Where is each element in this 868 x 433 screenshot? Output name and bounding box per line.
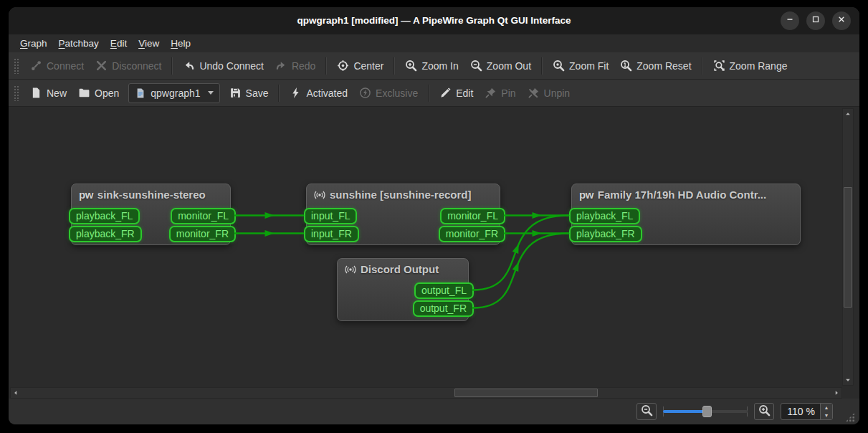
toolbar-button-zoom-out[interactable]: Zoom Out xyxy=(464,56,537,76)
toolbar-button-redo[interactable]: Redo xyxy=(270,56,321,76)
node-title: Family 17h/19h HD Audio Contr... xyxy=(598,189,766,201)
patchbay-combo[interactable]: qpwgraph1 xyxy=(128,83,219,103)
connection-arrow-icon xyxy=(512,243,522,254)
h-scrollbar-thumb[interactable] xyxy=(454,389,598,397)
toolbar-button-center[interactable]: Center xyxy=(331,56,389,76)
scroll-right-button[interactable] xyxy=(831,388,841,398)
toolbar-button-label: Zoom Range xyxy=(730,60,788,72)
toolbar-button-undo-connect[interactable]: Undo Connect xyxy=(177,56,270,76)
toolbar-separator xyxy=(278,85,280,102)
pipewire-icon: pw xyxy=(579,189,593,201)
node-title: sunshine [sunshine-record] xyxy=(330,189,472,201)
maximize-button[interactable] xyxy=(806,11,825,30)
chevron-down-icon xyxy=(208,91,214,95)
toolbar-button-new[interactable]: New xyxy=(24,83,72,103)
zoom-spinbox[interactable]: 110 % ▲ ▼ xyxy=(781,403,833,420)
node-discord-output[interactable]: Discord Outputoutput_FLoutput_FR xyxy=(337,258,469,321)
graph-canvas[interactable]: pwsink-sunshine-stereoplayback_FLplaybac… xyxy=(9,107,859,399)
toolbar-button-pin[interactable]: Pin xyxy=(479,83,521,103)
arrow-down-icon xyxy=(844,376,852,384)
close-button[interactable] xyxy=(832,11,851,30)
zoom-range-icon xyxy=(713,60,725,72)
menu-patchbay[interactable]: Patchbay xyxy=(53,37,105,50)
toolbar-button-zoom-range[interactable]: Zoom Range xyxy=(707,56,793,76)
port-sunshine-input-fr[interactable]: input_FR xyxy=(304,226,359,242)
scroll-up-button[interactable] xyxy=(843,109,853,119)
menu-view[interactable]: View xyxy=(133,37,165,50)
toolbar-button-connect[interactable]: Connect xyxy=(24,56,90,76)
node-title-bar[interactable]: pwsink-sunshine-stereo xyxy=(79,189,224,201)
minimize-button[interactable] xyxy=(781,11,799,30)
menu-edit[interactable]: Edit xyxy=(105,37,133,50)
toolbar-button-save[interactable]: Save xyxy=(224,83,275,103)
toolbar-button-disconnect[interactable]: Disconnect xyxy=(90,56,167,76)
port-sink-sunshine-stereo-playback-fr[interactable]: playback_FR xyxy=(69,226,142,242)
toolbar-button-zoom-reset[interactable]: Zoom Reset xyxy=(614,56,697,76)
scroll-left-button[interactable] xyxy=(11,388,21,398)
statusbar-zoom-in-button[interactable] xyxy=(754,403,774,420)
zoom-slider-handle[interactable] xyxy=(702,406,712,417)
connections-layer xyxy=(9,107,859,399)
toolbar-separator xyxy=(394,57,395,75)
connection-arrow-icon xyxy=(533,230,542,237)
open-icon xyxy=(78,87,90,99)
toolbar-button-edit[interactable]: Edit xyxy=(434,83,479,103)
zoom-step-down-button[interactable]: ▼ xyxy=(821,411,832,419)
toolbar-button-activated[interactable]: Activated xyxy=(284,83,353,103)
port-discord-output-output-fl[interactable]: output_FL xyxy=(414,282,474,299)
toolbar-separator xyxy=(325,57,327,75)
menu-help[interactable]: Help xyxy=(165,37,196,50)
window-controls xyxy=(781,11,851,30)
port-sink-sunshine-stereo-monitor-fr[interactable]: monitor_FR xyxy=(169,226,236,242)
toolbar-graph: ConnectDisconnectUndo ConnectRedoCenterZ… xyxy=(9,52,859,80)
scroll-down-button[interactable] xyxy=(843,375,853,385)
zoom-out-icon xyxy=(470,60,482,72)
node-sunshine[interactable]: sunshine [sunshine-record]input_FLinput_… xyxy=(306,184,500,245)
statusbar-zoom-out-button[interactable] xyxy=(636,403,657,420)
titlebar[interactable]: qpwgraph1 [modified] — A PipeWire Graph … xyxy=(9,7,859,34)
zoom-fit-icon xyxy=(553,60,565,72)
toolbar-button-exclusive[interactable]: Exclusive xyxy=(353,83,424,103)
zoom-step-up-button[interactable]: ▲ xyxy=(821,404,832,411)
toolbar-drag-handle[interactable] xyxy=(14,85,19,101)
port-family-audio-playback-fr[interactable]: playback_FR xyxy=(569,226,642,242)
toolbar-button-open[interactable]: Open xyxy=(72,83,125,103)
port-discord-output-output-fr[interactable]: output_FR xyxy=(413,300,474,317)
v-scrollbar-thumb[interactable] xyxy=(844,187,852,308)
connection-arrow-icon xyxy=(265,212,275,219)
node-title: sink-sunshine-stereo xyxy=(97,189,206,201)
port-sink-sunshine-stereo-monitor-fl[interactable]: monitor_FL xyxy=(171,208,236,224)
undo-icon xyxy=(183,60,195,72)
arrow-left-icon xyxy=(12,389,19,396)
toolbar-button-label: Edit xyxy=(456,87,473,99)
node-sink-sunshine-stereo[interactable]: pwsink-sunshine-stereoplayback_FLplaybac… xyxy=(71,184,231,245)
toolbar-drag-handle[interactable] xyxy=(14,58,19,74)
pipewire-icon: pw xyxy=(79,189,93,201)
toolbar-button-unpin[interactable]: Unpin xyxy=(522,83,576,103)
port-family-audio-playback-fl[interactable]: playback_FL xyxy=(569,208,640,224)
toolbar-button-zoom-fit[interactable]: Zoom Fit xyxy=(547,56,614,76)
zoom-value[interactable]: 110 % xyxy=(781,404,820,419)
edit-icon xyxy=(439,87,452,99)
arrow-right-icon xyxy=(833,389,840,396)
menu-graph[interactable]: Graph xyxy=(14,37,53,50)
port-sunshine-monitor-fl[interactable]: monitor_FL xyxy=(440,208,505,224)
zoom-slider[interactable] xyxy=(663,406,748,417)
center-icon xyxy=(337,60,349,72)
vertical-scrollbar[interactable] xyxy=(842,108,854,386)
node-title-bar[interactable]: Discord Output xyxy=(345,263,462,275)
node-title-bar[interactable]: sunshine [sunshine-record] xyxy=(314,189,494,201)
port-sunshine-input-fl[interactable]: input_FL xyxy=(304,208,357,224)
port-sink-sunshine-stereo-playback-fl[interactable]: playback_FL xyxy=(69,208,140,224)
window-resize-grip[interactable] xyxy=(845,412,855,422)
toolbar-button-label: Save xyxy=(246,87,269,99)
horizontal-scrollbar[interactable] xyxy=(10,387,842,399)
toolbar-separator xyxy=(702,57,703,75)
toolbar-button-label: Zoom Reset xyxy=(636,60,691,72)
port-sunshine-monitor-fr[interactable]: monitor_FR xyxy=(439,226,505,242)
toolbar-button-label: Center xyxy=(353,60,383,72)
node-title-bar[interactable]: pwFamily 17h/19h HD Audio Contr... xyxy=(579,189,794,201)
node-family-audio[interactable]: pwFamily 17h/19h HD Audio Contr...playba… xyxy=(571,184,801,245)
toolbar-button-zoom-in[interactable]: Zoom In xyxy=(399,56,464,76)
zoom-in-icon xyxy=(405,60,417,72)
